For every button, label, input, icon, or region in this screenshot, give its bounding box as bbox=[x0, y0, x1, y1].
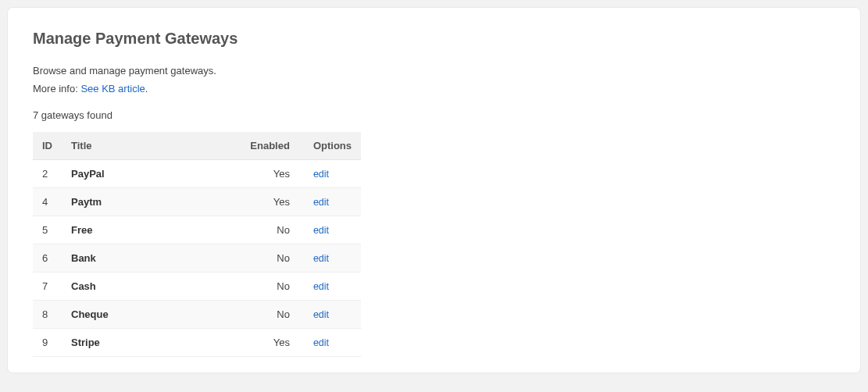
col-header-title: Title bbox=[62, 132, 241, 160]
cell-options: edit bbox=[304, 244, 361, 272]
table-row: 2PayPalYesedit bbox=[33, 159, 361, 187]
cell-options: edit bbox=[304, 216, 361, 244]
cell-title: Free bbox=[62, 216, 241, 244]
cell-enabled: Yes bbox=[241, 328, 304, 356]
panel: Manage Payment Gateways Browse and manag… bbox=[8, 8, 860, 372]
cell-title: PayPal bbox=[62, 159, 241, 187]
cell-enabled: No bbox=[241, 244, 304, 272]
cell-enabled: No bbox=[241, 300, 304, 328]
table-row: 4PaytmYesedit bbox=[33, 187, 361, 216]
cell-id: 5 bbox=[33, 216, 62, 244]
table-row: 8ChequeNoedit bbox=[33, 300, 361, 328]
table-row: 5FreeNoedit bbox=[33, 216, 361, 244]
col-header-enabled: Enabled bbox=[241, 132, 304, 160]
kb-article-link[interactable]: See KB article bbox=[80, 83, 145, 94]
cell-id: 4 bbox=[33, 187, 62, 216]
cell-id: 6 bbox=[33, 244, 62, 272]
col-header-id: ID bbox=[33, 132, 62, 160]
table-row: 7CashNoedit bbox=[33, 272, 361, 300]
cell-options: edit bbox=[304, 300, 361, 328]
gateways-table: ID Title Enabled Options 2PayPalYesedit4… bbox=[33, 132, 361, 357]
table-row: 9StripeYesedit bbox=[33, 328, 361, 356]
cell-title: Stripe bbox=[62, 328, 241, 356]
cell-options: edit bbox=[304, 272, 361, 300]
cell-title: Paytm bbox=[62, 187, 241, 216]
intro-suffix: . bbox=[145, 83, 148, 94]
col-header-options: Options bbox=[304, 132, 361, 160]
intro-text: Browse and manage payment gateways. More… bbox=[33, 62, 835, 98]
edit-link[interactable]: edit bbox=[313, 169, 329, 180]
cell-title: Cheque bbox=[62, 300, 241, 328]
edit-link[interactable]: edit bbox=[313, 309, 329, 320]
table-header-row: ID Title Enabled Options bbox=[33, 132, 361, 160]
cell-id: 7 bbox=[33, 272, 62, 300]
cell-id: 9 bbox=[33, 328, 62, 356]
table-row: 6BankNoedit bbox=[33, 244, 361, 272]
page-title: Manage Payment Gateways bbox=[33, 30, 835, 48]
cell-title: Cash bbox=[62, 272, 241, 300]
edit-link[interactable]: edit bbox=[313, 253, 329, 264]
edit-link[interactable]: edit bbox=[313, 197, 329, 208]
cell-enabled: Yes bbox=[241, 187, 304, 216]
cell-enabled: Yes bbox=[241, 159, 304, 187]
cell-title: Bank bbox=[62, 244, 241, 272]
cell-options: edit bbox=[304, 187, 361, 216]
edit-link[interactable]: edit bbox=[313, 281, 329, 292]
cell-options: edit bbox=[304, 159, 361, 187]
cell-enabled: No bbox=[241, 216, 304, 244]
cell-id: 2 bbox=[33, 159, 62, 187]
cell-id: 8 bbox=[33, 300, 62, 328]
cell-options: edit bbox=[304, 328, 361, 356]
intro-more-prefix: More info: bbox=[33, 83, 80, 94]
intro-line: Browse and manage payment gateways. bbox=[33, 65, 216, 77]
cell-enabled: No bbox=[241, 272, 304, 300]
edit-link[interactable]: edit bbox=[313, 225, 329, 236]
edit-link[interactable]: edit bbox=[313, 337, 329, 348]
results-count: 7 gateways found bbox=[33, 109, 835, 121]
